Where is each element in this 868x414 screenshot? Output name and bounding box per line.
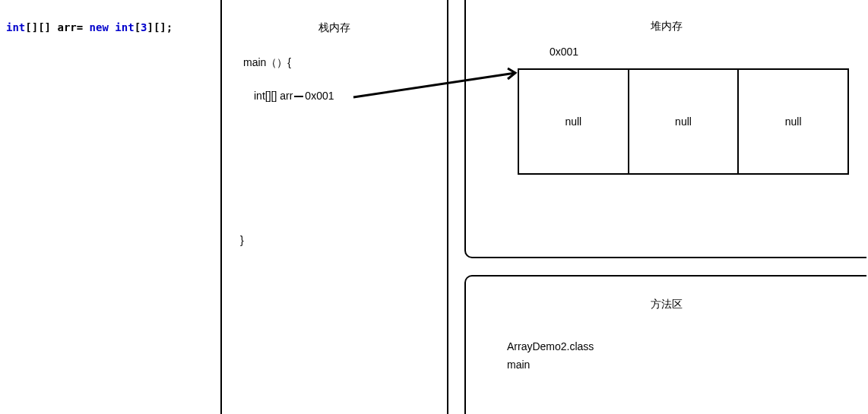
brackets: [][] [25,21,57,33]
bracket-open: [ [135,21,141,33]
bracket-close: ][]; [147,21,173,33]
array-cell-2: null [739,70,847,173]
method-main: main [507,359,530,371]
main-open-brace: main（）{ [243,56,291,70]
main-close-brace: } [240,234,244,246]
arr-declaration: int[][] arr0x001 [254,90,334,102]
method-title: 方法区 [651,298,683,311]
assign-line [294,96,303,97]
keyword-int: int [6,21,25,33]
stack-title: 栈内存 [318,21,350,35]
array-cell-0: null [519,70,629,173]
array-cell-1: null [629,70,740,173]
heap-address-label: 0x001 [550,46,578,58]
method-area-box: 方法区 ArrayDemo2.class main [464,275,866,414]
stack-memory-box: 栈内存 main（）{ int[][] arr0x001 } [220,0,448,414]
size-literal: 3 [141,21,147,33]
keyword-new-int: new int [90,21,135,33]
code-declaration: int[][] arr= new int[3][]; [6,21,173,33]
var-arr: arr= [57,21,89,33]
heap-array-box: null null null [518,68,849,175]
heap-title: 堆内存 [651,20,683,33]
heap-memory-box: 堆内存 0x001 null null null [464,0,866,258]
arr-address: 0x001 [305,90,334,102]
arr-text: int[][] arr [254,90,293,102]
method-classfile: ArrayDemo2.class [507,340,594,352]
